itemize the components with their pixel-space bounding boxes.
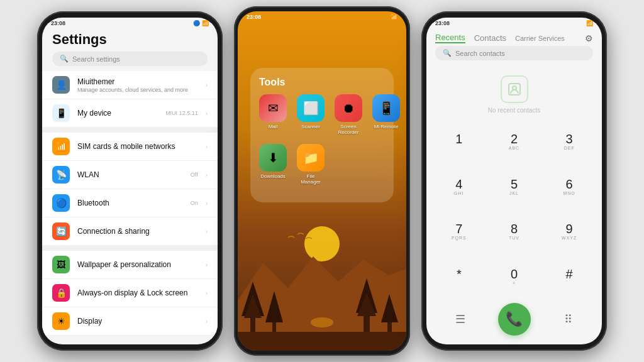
dial-key-2[interactable]: 2 ABC	[487, 119, 542, 164]
no-recents-icon	[501, 75, 528, 103]
status-bar-settings: 23:08 🔵 📶	[42, 18, 218, 28]
phone-dialer: 23:08 📶 Recents Contacts Carrier Service…	[421, 11, 607, 351]
scanner-label: Scanner	[301, 124, 320, 129]
user-icon: 👤	[52, 76, 70, 94]
settings-item-device[interactable]: 📱 My device MIUI 12.5.11 ›	[42, 99, 218, 128]
wallpaper-label: Wallpaper & personalization	[77, 260, 198, 269]
bt-text: Bluetooth	[77, 199, 183, 207]
status-icons: 🔵 📶	[193, 20, 209, 26]
dialer-tabs-left: Recents Contacts Carrier Services	[435, 33, 565, 43]
dialpad-bottom: ☰ 📞 ⠿	[426, 299, 602, 344]
settings-title: Settings	[42, 28, 218, 52]
dial-key-hash[interactable]: #	[541, 254, 597, 299]
mi-remote-icon: 📱	[372, 94, 400, 122]
recorder-icon: ⏺	[335, 94, 362, 122]
device-label: My device	[77, 109, 158, 118]
search-icon-dialer: 🔍	[443, 49, 452, 57]
dialpad: 1 2 ABC 3 DEF 4 GHI 5 JKL	[426, 119, 602, 299]
contacts-search-bar[interactable]: 🔍 Search contacts	[435, 46, 593, 60]
settings-item-wlan[interactable]: 📡 WLAN Off ›	[42, 161, 218, 189]
lock-icon: 🔒	[52, 284, 70, 302]
dial-key-5[interactable]: 5 JKL	[487, 164, 542, 209]
files-icon: 📁	[297, 144, 325, 172]
settings-item-display[interactable]: ☀ Display ›	[42, 307, 218, 336]
app-downloads[interactable]: ⬇ Downloads	[259, 144, 287, 185]
dial-key-3[interactable]: 3 DEF	[541, 119, 597, 164]
tools-folder[interactable]: Tools ✉ Mail ⬜ Scanner ⏺ ScreenRecorder	[250, 68, 394, 202]
display-text: Display	[77, 317, 198, 326]
mail-icon: ✉	[259, 94, 287, 122]
settings-search-bar[interactable]: 🔍 Search settings	[52, 52, 208, 66]
wlan-icon: 📡	[52, 166, 70, 184]
app-mi-remote[interactable]: 📱 Mi Remote	[372, 94, 400, 135]
sim-label: SIM cards & mobile networks	[77, 142, 198, 151]
signal-icon: 📶	[202, 20, 209, 26]
bt-status: On	[191, 200, 198, 206]
svg-point-0	[304, 226, 340, 261]
bt-label: Bluetooth	[77, 199, 183, 207]
dial-key-7[interactable]: 7 PQRS	[431, 209, 487, 255]
bt-icon: 🔵	[52, 194, 70, 212]
device-info: My device	[77, 109, 158, 118]
arrow-icon-2: ›	[206, 110, 208, 117]
tab-carrier-services[interactable]: Carrier Services	[515, 35, 565, 42]
wlan-status: Off	[191, 172, 198, 178]
gear-icon[interactable]: ⚙	[585, 33, 593, 43]
menu-icon[interactable]: ☰	[448, 307, 472, 331]
app-files[interactable]: 📁 FileManager	[297, 144, 325, 185]
phone-settings: 23:08 🔵 📶 Settings 🔍 Search settings 👤	[37, 11, 223, 351]
tools-row-2: ⬇ Downloads 📁 FileManager	[259, 144, 385, 185]
dial-key-1[interactable]: 1	[431, 119, 487, 164]
status-time: 23:08	[51, 20, 65, 26]
user-sub: Manage accounts, cloud services, and mor…	[77, 87, 198, 93]
tab-contacts[interactable]: Contacts	[474, 33, 506, 43]
dialer-screen: 23:08 📶 Recents Contacts Carrier Service…	[426, 18, 602, 344]
settings-item-wallpaper[interactable]: 🖼 Wallpaper & personalization ›	[42, 251, 218, 279]
app-scanner[interactable]: ⬜ Scanner	[297, 94, 325, 135]
dial-key-4[interactable]: 4 GHI	[431, 164, 487, 209]
arrow-icon-9: ›	[206, 318, 208, 325]
home-signal-icon: 📶	[391, 14, 397, 20]
scanner-icon: ⬜	[297, 94, 325, 122]
settings-screen: 23:08 🔵 📶 Settings 🔍 Search settings 👤	[42, 18, 218, 344]
wlan-text: WLAN	[77, 170, 183, 179]
dialer-tabs: Recents Contacts Carrier Services ⚙	[426, 28, 602, 46]
wallpaper-icon: 🖼	[52, 256, 70, 273]
dial-key-8[interactable]: 8 TUV	[487, 209, 542, 255]
no-recents-text: No recent contacts	[488, 107, 540, 114]
settings-item-sim[interactable]: 📶 SIM cards & mobile networks ›	[42, 133, 218, 161]
dial-key-star[interactable]: *	[431, 254, 487, 299]
search-icon: 🔍	[60, 55, 69, 63]
arrow-icon-6: ›	[206, 228, 208, 235]
dial-key-6[interactable]: 6 MNO	[541, 164, 597, 209]
mail-label: Mail	[269, 124, 278, 129]
arrow-icon: ›	[206, 82, 208, 89]
svg-point-2	[311, 317, 333, 327]
status-bar-dialer: 23:08 📶	[426, 18, 602, 28]
lock-text: Always-on display & Lock screen	[77, 288, 198, 297]
dial-key-9[interactable]: 9 WXYZ	[541, 209, 597, 255]
home-status-icons: 📶	[391, 14, 397, 20]
call-button[interactable]: 📞	[498, 303, 531, 336]
dialer-signal-icon: 📶	[586, 20, 593, 26]
settings-item-connection[interactable]: 🔄 Connection & sharing ›	[42, 217, 218, 246]
app-mail[interactable]: ✉ Mail	[259, 94, 287, 135]
arrow-icon-7: ›	[206, 261, 208, 268]
no-recents-area: No recent contacts	[426, 65, 602, 119]
app-screen-recorder[interactable]: ⏺ ScreenRecorder	[335, 94, 362, 135]
sim-icon: 📶	[52, 138, 70, 155]
device-icon: 📱	[52, 104, 70, 122]
settings-item-lock[interactable]: 🔒 Always-on display & Lock screen ›	[42, 279, 218, 307]
settings-item-user[interactable]: 👤 Miuithemer Manage accounts, cloud serv…	[42, 71, 218, 99]
divider-1	[42, 128, 218, 133]
dial-key-0[interactable]: 0 +	[487, 254, 542, 299]
wallpaper-text: Wallpaper & personalization	[77, 260, 198, 269]
home-screen: 23:08 📶	[238, 11, 406, 351]
tools-row-1: ✉ Mail ⬜ Scanner ⏺ ScreenRecorder 📱 Mi R…	[259, 94, 385, 135]
tab-recents[interactable]: Recents	[435, 33, 465, 43]
settings-item-bluetooth[interactable]: 🔵 Bluetooth On ›	[42, 189, 218, 217]
downloads-icon: ⬇	[259, 144, 287, 172]
contacts-search-placeholder: Search contacts	[455, 50, 505, 57]
numpad-icon[interactable]: ⠿	[557, 307, 580, 331]
user-name: Miuithemer	[77, 77, 198, 86]
